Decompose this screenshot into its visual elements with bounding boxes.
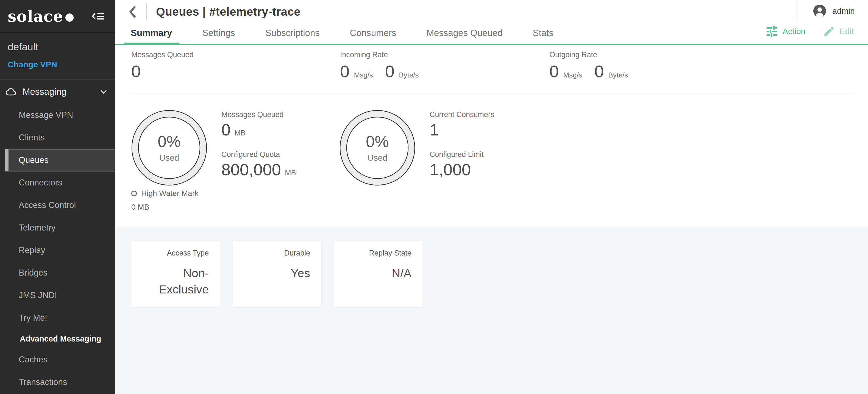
tab-summary[interactable]: Summary: [124, 28, 179, 45]
pencil-icon: [823, 25, 835, 37]
gauges-section: 0% Used Messages Queued 0 MB Configured …: [115, 93, 868, 228]
collapse-sidebar-icon[interactable]: [92, 11, 104, 21]
stat-unit: Msg/s: [563, 71, 582, 80]
username[interactable]: admin: [832, 6, 855, 16]
metric-label: Configured Limit: [430, 150, 548, 159]
card-value: Non-Exclusive: [142, 265, 209, 298]
sidebar-item-caches[interactable]: Caches: [0, 348, 115, 371]
legend-label: High Water Mark: [141, 189, 198, 198]
tab-stats[interactable]: Stats: [526, 28, 561, 45]
sidebar-item-bridges[interactable]: Bridges: [0, 262, 115, 284]
stat-value: 0: [131, 63, 194, 80]
user-avatar-icon[interactable]: [813, 4, 826, 18]
sidebar-logo-row: solace: [0, 0, 115, 33]
card-durable: Durable Yes: [232, 241, 321, 307]
tab-messages-queued[interactable]: Messages Queued: [420, 28, 510, 45]
toolbar: Action Edit: [766, 24, 854, 39]
sidebar-item-message-vpn[interactable]: Message VPN: [0, 104, 115, 126]
stat-unit: Msg/s: [354, 71, 373, 80]
user-divider: [797, 1, 797, 21]
sidebar-section-messaging[interactable]: Messaging: [0, 80, 115, 104]
stat-label: Messages Queued: [131, 51, 194, 59]
sidebar-item-transactions[interactable]: Transactions: [0, 371, 115, 393]
sliders-icon: [766, 25, 778, 38]
sidebar-section-label: Messaging: [23, 87, 94, 97]
chevron-down-icon: [100, 90, 107, 94]
high-water-mark-legend: High Water Mark 0 MB: [131, 189, 198, 212]
quota-gauge-group: 0% Used Messages Queued 0 MB Configured …: [130, 109, 340, 190]
tab-bar: Summary Settings Subscriptions Consumers…: [124, 28, 561, 45]
metric-value: 0: [221, 122, 230, 138]
card-label: Durable: [244, 249, 310, 257]
consumers-gauge-group: 0% Used Current Consumers 1 Configured L…: [338, 109, 548, 190]
card-replay-state: Replay State N/A: [334, 241, 423, 307]
sidebar: solace default Change VPN Messaging: [0, 0, 115, 394]
card-access-type: Access Type Non-Exclusive: [131, 241, 220, 307]
stat-unit: Byte/s: [608, 71, 628, 80]
title-row: Queues | #telemetry-trace: [123, 0, 301, 24]
metric-value: 800,000: [221, 161, 281, 178]
stat-value: 0: [385, 63, 395, 80]
metric-value: 1: [430, 122, 439, 138]
gauge-percent: 0%: [366, 133, 389, 150]
stat-value: 0: [340, 63, 349, 80]
vpn-block: default Change VPN: [0, 33, 115, 80]
sidebar-item-clients[interactable]: Clients: [0, 126, 115, 149]
metric-label: Current Consumers: [430, 111, 548, 119]
stat-unit: Byte/s: [399, 71, 418, 80]
vpn-name: default: [8, 41, 108, 53]
quota-metrics: Messages Queued 0 MB Configured Quota 80…: [221, 109, 340, 190]
gauge-used-label: Used: [368, 153, 387, 163]
sidebar-item-connectors[interactable]: Connectors: [0, 172, 115, 194]
consumers-metrics: Current Consumers 1 Configured Limit 1,0…: [430, 109, 548, 190]
back-button[interactable]: [123, 5, 142, 19]
sidebar-item-try-me[interactable]: Try Me!: [0, 307, 115, 329]
metric-unit: MB: [234, 129, 246, 138]
stat-outgoing-rate: Outgoing Rate 0 Msg/s 0 Byte/s: [549, 51, 636, 80]
logo-text: solace: [8, 7, 63, 25]
sidebar-nav: Message VPN Clients Queues Connectors Ac…: [0, 104, 115, 393]
sidebar-item-replay[interactable]: Replay: [0, 239, 115, 262]
action-button[interactable]: Action: [766, 25, 805, 38]
action-label: Action: [782, 27, 805, 36]
sidebar-item-access-control[interactable]: Access Control: [0, 194, 115, 216]
stat-value: 0: [549, 63, 559, 80]
consumers-donut-chart: 0% Used: [338, 109, 416, 187]
main-content: Queues | #telemetry-trace admin: [115, 0, 868, 394]
tab-settings[interactable]: Settings: [195, 28, 242, 45]
stat-incoming-rate: Incoming Rate 0 Msg/s 0 Byte/s: [340, 51, 427, 80]
card-label: Access Type: [142, 249, 209, 257]
user-area: admin: [797, 0, 855, 22]
quota-donut-chart: 0% Used: [130, 109, 208, 187]
gauge-used-label: Used: [159, 153, 179, 163]
legend-value: 0 MB: [131, 203, 198, 212]
change-vpn-link[interactable]: Change VPN: [8, 60, 108, 69]
sidebar-item-jms-jndi[interactable]: JMS JNDI: [0, 284, 115, 307]
metric-value: 1,000: [430, 161, 471, 178]
stat-messages-queued: Messages Queued 0: [131, 51, 194, 80]
legend-circle-icon: [131, 191, 137, 196]
sidebar-item-telemetry[interactable]: Telemetry: [0, 216, 115, 239]
logo-dot-icon: [65, 13, 73, 22]
edit-button[interactable]: Edit: [823, 25, 854, 37]
tab-consumers[interactable]: Consumers: [343, 28, 404, 45]
sidebar-item-queues[interactable]: Queues: [9, 149, 115, 172]
info-cards-section: Access Type Non-Exclusive Durable Yes Re…: [115, 228, 868, 394]
stat-label: Incoming Rate: [340, 51, 427, 59]
edit-label: Edit: [839, 27, 854, 36]
metric-unit: MB: [285, 169, 296, 178]
sidebar-header-advanced-messaging: Advanced Messaging: [0, 329, 115, 348]
stat-label: Outgoing Rate: [549, 51, 636, 59]
stat-value: 0: [594, 63, 604, 80]
card-label: Replay State: [345, 249, 411, 257]
solace-logo: solace: [8, 7, 73, 25]
title-divider: [146, 3, 147, 20]
page-title: Queues | #telemetry-trace: [156, 5, 301, 19]
metric-label: Messages Queued: [221, 111, 340, 119]
gauge-percent: 0%: [158, 133, 181, 150]
summary-stats-row: Messages Queued 0 Incoming Rate 0 Msg/s …: [115, 45, 868, 93]
cloud-icon: [5, 88, 17, 96]
card-value: Yes: [244, 265, 310, 281]
topbar: Queues | #telemetry-trace admin: [115, 0, 868, 45]
tab-subscriptions[interactable]: Subscriptions: [258, 28, 327, 45]
